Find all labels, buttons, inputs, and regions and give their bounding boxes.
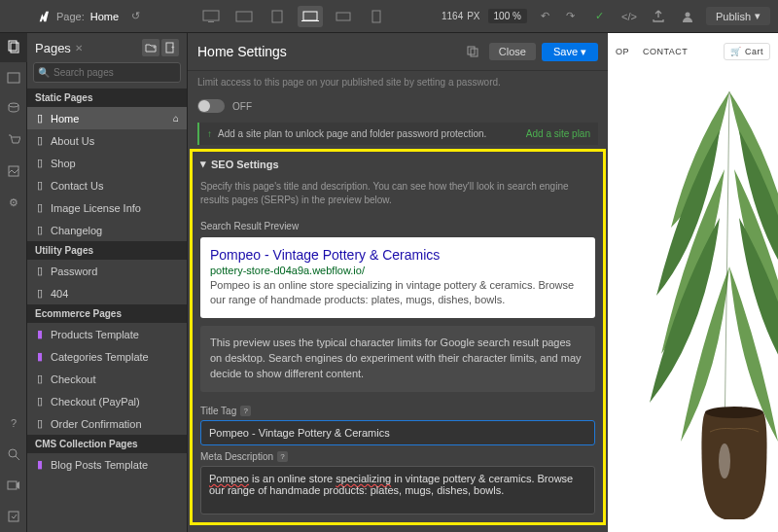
page-item-products-tpl[interactable]: ▮Products Template — [27, 323, 187, 345]
svg-rect-0 — [203, 11, 219, 20]
pages-icon[interactable] — [0, 31, 27, 62]
upsell-text: Add a site plan to unlock page and folde… — [218, 128, 526, 139]
serp-url: pottery-store-d04a9a.webflow.io/ — [210, 263, 585, 278]
svg-point-24 — [719, 443, 730, 479]
meta-desc-textarea[interactable]: Pompeo is an online store specializing i… — [200, 466, 595, 514]
help-icon[interactable]: ? — [240, 406, 251, 416]
viewport-mobile-landscape-icon[interactable] — [331, 6, 356, 27]
svg-point-8 — [685, 12, 690, 17]
seo-settings-header[interactable]: ▾SEO Settings — [200, 152, 595, 176]
ecommerce-icon[interactable] — [0, 124, 27, 156]
viewport-tablet-landscape-icon[interactable] — [231, 6, 257, 27]
svg-rect-7 — [372, 11, 380, 22]
save-button[interactable]: Save▾ — [542, 43, 598, 61]
svg-rect-1 — [208, 21, 214, 22]
template-icon: ▮ — [35, 458, 45, 471]
svg-rect-2 — [236, 12, 252, 21]
close-panel-icon[interactable]: ✕ — [75, 43, 83, 53]
page-item-404[interactable]: ▯404 — [27, 282, 187, 304]
px-label: PX — [467, 11, 479, 21]
page-item-home[interactable]: ▯Home⌂ — [27, 107, 187, 129]
page-name[interactable]: Home — [90, 11, 119, 22]
utility-pages-header: Utility Pages — [27, 241, 187, 260]
page-item-about[interactable]: ▯About Us — [27, 129, 187, 152]
svg-rect-16 — [9, 512, 18, 521]
viewport-laptop-icon[interactable] — [298, 6, 323, 27]
page-item-checkout-paypal[interactable]: ▯Checkout (PayPal) — [27, 390, 187, 412]
pages-panel-title: Pages — [35, 41, 71, 55]
ecommerce-pages-header: Ecommerce Pages — [27, 304, 187, 323]
title-tag-label: Title Tag — [200, 406, 236, 416]
cart-button[interactable]: 🛒Cart — [724, 43, 770, 60]
svg-rect-11 — [8, 73, 19, 83]
page-label: Page: — [56, 11, 85, 22]
viewport-mobile-icon[interactable] — [364, 6, 389, 27]
new-folder-button[interactable]: + — [142, 39, 159, 56]
page-item-contact[interactable]: ▯Contact Us — [27, 174, 187, 196]
cart-icon: 🛒 — [730, 47, 742, 56]
webflow-logo-icon — [35, 9, 51, 24]
add-site-plan-link[interactable]: Add a site plan — [526, 128, 590, 139]
chevron-down-icon: ▾ — [581, 46, 586, 58]
cms-icon[interactable] — [0, 93, 27, 124]
help-icon[interactable]: ? — [0, 408, 27, 439]
svg-rect-5 — [301, 20, 319, 21]
password-desc: Limit access to this page on your publis… — [197, 71, 598, 93]
code-icon[interactable]: </> — [619, 6, 640, 27]
serp-desc: Pompeo is an online store specializing i… — [210, 278, 585, 308]
nav-link[interactable]: OP — [616, 47, 629, 56]
page-icon: ▯ — [35, 134, 45, 147]
og-settings-header[interactable]: ▾Open Graph Settings — [197, 525, 598, 532]
static-pages-header: Static Pages — [27, 89, 187, 107]
nav-link[interactable]: CONTACT — [643, 47, 688, 56]
page-item-checkout[interactable]: ▯Checkout — [27, 368, 187, 390]
search-icon[interactable] — [0, 439, 27, 470]
close-button[interactable]: Close — [489, 43, 536, 60]
undo-icon[interactable]: ↶ — [535, 6, 556, 27]
page-item-password[interactable]: ▯Password — [27, 260, 187, 282]
page-item-shop[interactable]: ▯Shop — [27, 152, 187, 174]
search-pages-input[interactable] — [33, 62, 181, 83]
redo-icon[interactable]: ↷ — [560, 6, 582, 27]
page-icon: ▯ — [35, 417, 45, 430]
copy-icon[interactable] — [462, 41, 483, 62]
page-icon: ▯ — [35, 224, 45, 236]
page-item-order-confirm[interactable]: ▯Order Confirmation — [27, 412, 187, 435]
video-icon[interactable] — [0, 470, 27, 501]
password-toggle[interactable] — [197, 99, 225, 113]
arrow-up-icon: ↑ — [207, 128, 212, 139]
page-icon: ▯ — [35, 112, 45, 124]
zoom-value[interactable]: 100 — [494, 11, 511, 21]
template-icon: ▮ — [35, 328, 45, 340]
page-item-blog-tpl[interactable]: ▮Blog Posts Template — [27, 453, 187, 476]
new-page-button[interactable]: + — [161, 39, 179, 56]
undo-icon[interactable]: ↺ — [124, 6, 146, 27]
page-item-license[interactable]: ▯Image License Info — [27, 196, 187, 219]
export-icon[interactable] — [648, 6, 669, 27]
canvas-preview[interactable]: OP CONTACT 🛒Cart — [608, 33, 778, 532]
viewport-tablet-icon[interactable] — [265, 6, 290, 27]
assets-icon[interactable] — [0, 156, 27, 187]
title-tag-input[interactable] — [200, 420, 595, 445]
serp-info-box: This preview uses the typical character … — [200, 326, 595, 392]
person-icon[interactable] — [677, 6, 698, 27]
serp-preview: Pompeo - Vintage Pottery & Ceramics pott… — [200, 237, 595, 318]
page-icon: ▯ — [35, 287, 45, 300]
settings-icon[interactable]: ⚙ — [0, 187, 27, 218]
navigator-icon[interactable] — [0, 62, 27, 93]
settings-title: Home Settings — [197, 44, 462, 59]
svg-point-12 — [9, 103, 18, 107]
search-icon: 🔍 — [38, 67, 50, 78]
publish-button[interactable]: Publish▾ — [706, 7, 770, 25]
page-item-changelog[interactable]: ▯Changelog — [27, 219, 187, 241]
canvas-width[interactable]: 1164 — [442, 11, 463, 21]
serp-title: Pompeo - Vintage Pottery & Ceramics — [210, 247, 585, 263]
seo-desc: Specify this page's title and descriptio… — [200, 176, 595, 215]
page-icon: ▯ — [35, 157, 45, 169]
audit-icon[interactable] — [0, 501, 27, 532]
svg-rect-15 — [8, 481, 17, 489]
viewport-desktop-icon[interactable] — [198, 6, 224, 27]
page-item-categories-tpl[interactable]: ▮Categories Template — [27, 345, 187, 368]
page-icon: ▯ — [35, 179, 45, 192]
help-icon[interactable]: ? — [277, 451, 288, 462]
